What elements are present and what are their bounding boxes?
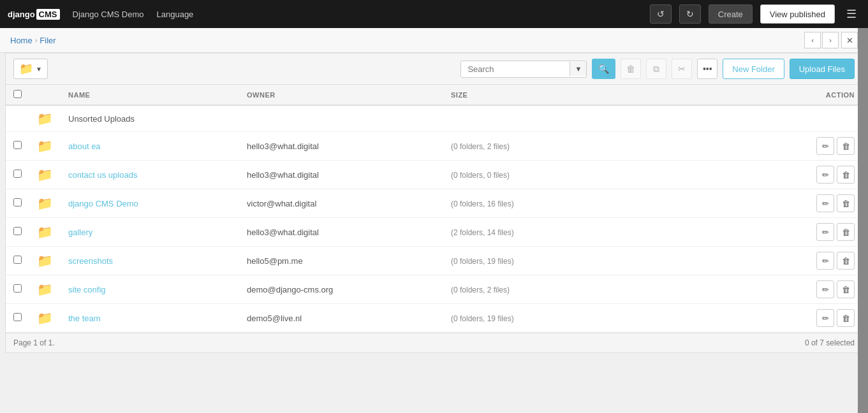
folder-link[interactable]: about ea <box>68 141 101 151</box>
edit-button[interactable]: ✏ <box>816 252 834 270</box>
edit-button[interactable]: ✏ <box>816 137 834 155</box>
row-icon: 📁 <box>29 189 61 218</box>
delete-row-button[interactable]: 🗑 <box>837 252 855 270</box>
folder-dropdown-button[interactable]: 📁 ▼ <box>13 59 48 79</box>
row-name[interactable]: gallery <box>61 218 239 247</box>
view-published-button[interactable]: View published <box>760 4 835 24</box>
folder-link[interactable]: django CMS Demo <box>68 199 138 208</box>
row-checkbox[interactable] <box>13 256 22 264</box>
row-action: ✏ 🗑 <box>622 132 862 161</box>
row-checkbox[interactable] <box>13 284 22 293</box>
folder-icon: 📁 <box>37 196 53 210</box>
delete-row-button[interactable]: 🗑 <box>837 280 855 298</box>
row-size: (0 folders, 2 files) <box>443 275 622 304</box>
delete-row-button[interactable]: 🗑 <box>837 194 855 212</box>
select-all-checkbox[interactable] <box>13 90 22 98</box>
row-icon: 📁 <box>29 247 61 275</box>
right-scrollbar[interactable] <box>858 28 868 413</box>
copy-icon: ⧉ <box>653 64 659 75</box>
col-header-name: NAME <box>61 85 239 105</box>
grey-folder-icon: 📁 <box>37 112 53 126</box>
table-row: 📁 django CMS Demo victor@what.digital (0… <box>6 189 862 218</box>
delete-row-button[interactable]: 🗑 <box>837 166 855 184</box>
row-owner: demo5@live.nl <box>239 304 443 333</box>
row-name[interactable]: site config <box>61 275 239 304</box>
search-go-button[interactable]: 🔍 <box>592 59 615 79</box>
nav-close-button[interactable]: ✕ <box>841 32 858 48</box>
trash-icon: 🗑 <box>626 64 635 74</box>
row-icon: 📁 <box>29 275 61 304</box>
edit-button[interactable]: ✏ <box>816 194 834 212</box>
logo: djangoCMS <box>8 9 60 20</box>
row-check[interactable] <box>6 247 29 275</box>
row-check[interactable] <box>6 189 29 218</box>
row-check[interactable] <box>6 275 29 304</box>
folder-icon: 📁 <box>37 168 53 182</box>
breadcrumb-current: Filer <box>40 36 55 45</box>
row-action: ✏ 🗑 <box>622 218 862 247</box>
delete-button[interactable]: 🗑 <box>621 59 641 79</box>
row-checkbox[interactable] <box>13 170 22 178</box>
folder-icon: 📁 <box>19 62 33 76</box>
table-row: 📁 about ea hello3@what.digital (0 folder… <box>6 132 862 161</box>
redo-button[interactable]: ↻ <box>679 4 701 24</box>
edit-button[interactable]: ✏ <box>816 309 834 327</box>
language-label[interactable]: Language <box>157 10 194 19</box>
row-action: ✏ 🗑 <box>622 275 862 304</box>
row-check[interactable] <box>6 132 29 161</box>
col-header-owner: OWNER <box>239 85 443 105</box>
row-owner: hello5@pm.me <box>239 247 443 275</box>
delete-row-button[interactable]: 🗑 <box>837 309 855 327</box>
row-name[interactable]: screenshots <box>61 247 239 275</box>
nav-prev-button[interactable]: ‹ <box>804 32 821 48</box>
edit-button[interactable]: ✏ <box>816 280 834 298</box>
upload-files-button[interactable]: Upload Files <box>790 59 855 79</box>
table-row: 📁 screenshots hello5@pm.me (0 folders, 1… <box>6 247 862 275</box>
row-name[interactable]: about ea <box>61 132 239 161</box>
folder-link[interactable]: gallery <box>68 228 92 237</box>
nav-next-button[interactable]: › <box>822 32 839 48</box>
copy-button[interactable]: ⧉ <box>646 59 666 79</box>
site-title: Django CMS Demo <box>73 10 144 19</box>
breadcrumb: Home › Filer <box>10 36 56 45</box>
col-header-icon <box>29 85 61 105</box>
col-header-check <box>6 85 29 105</box>
delete-row-button[interactable]: 🗑 <box>837 223 855 241</box>
row-checkbox[interactable] <box>13 141 22 149</box>
undo-button[interactable]: ↺ <box>650 4 672 24</box>
folder-link[interactable]: the team <box>68 314 101 323</box>
row-name[interactable]: django CMS Demo <box>61 189 239 218</box>
row-name[interactable]: the team <box>61 304 239 333</box>
create-button[interactable]: Create <box>709 4 753 24</box>
row-icon: 📁 <box>29 218 61 247</box>
row-check[interactable] <box>6 304 29 333</box>
row-name[interactable]: contact us uploads <box>61 161 239 189</box>
folder-link[interactable]: site config <box>68 285 106 294</box>
row-action <box>622 105 862 132</box>
row-checkbox[interactable] <box>13 313 22 321</box>
search-dropdown-button[interactable]: ▼ <box>570 62 586 76</box>
folder-link[interactable]: contact us uploads <box>68 170 137 180</box>
row-check[interactable] <box>6 161 29 189</box>
row-size: (0 folders, 16 files) <box>443 189 622 218</box>
row-icon: 📁 <box>29 132 61 161</box>
page-info: Page 1 of 1. <box>13 338 55 347</box>
row-checkbox[interactable] <box>13 227 22 235</box>
new-folder-button[interactable]: New Folder <box>723 59 784 79</box>
more-button[interactable]: ••• <box>697 59 717 79</box>
edit-button[interactable]: ✏ <box>816 223 834 241</box>
breadcrumb-home[interactable]: Home <box>10 36 33 45</box>
row-icon: 📁 <box>29 161 61 189</box>
row-check[interactable] <box>6 218 29 247</box>
cut-button[interactable]: ✂ <box>672 59 692 79</box>
folder-link[interactable]: screenshots <box>68 256 113 266</box>
delete-row-button[interactable]: 🗑 <box>837 137 855 155</box>
hamburger-menu-button[interactable]: ☰ <box>842 7 860 21</box>
search-input[interactable] <box>461 61 570 77</box>
edit-button[interactable]: ✏ <box>816 166 834 184</box>
table-row: 📁 site config demo@django-cms.org (0 fol… <box>6 275 862 304</box>
filer-toolbar: 📁 ▼ ▼ 🔍 🗑 ⧉ ✂ ••• New Folder <box>6 54 862 85</box>
row-owner <box>239 105 443 132</box>
row-checkbox[interactable] <box>13 198 22 207</box>
breadcrumb-separator: › <box>35 36 38 44</box>
